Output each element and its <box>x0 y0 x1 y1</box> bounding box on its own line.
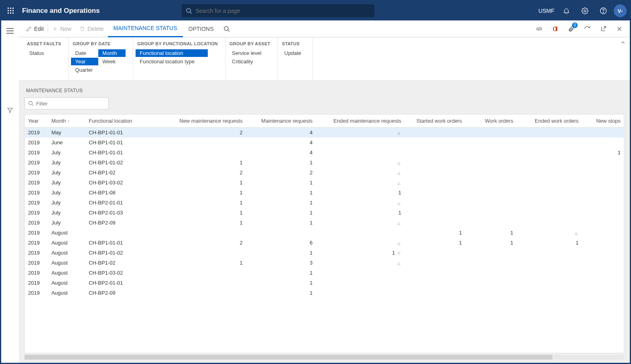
table-row[interactable]: 2019JulyCH-BP2-01-0111△ <box>25 198 624 208</box>
horizontal-scrollbar[interactable] <box>24 355 624 360</box>
grid-filter-input[interactable] <box>36 101 105 107</box>
attachments-badge: 0 <box>572 22 578 28</box>
col-header[interactable]: Ended maintenance requests <box>316 115 404 127</box>
table-row[interactable]: 2019AugustCH-BP1-03-021 <box>25 268 624 278</box>
table-row[interactable]: 2019AugustCH-BP1-01-0126△111 <box>25 238 624 248</box>
cell <box>316 278 404 288</box>
user-avatar[interactable]: V- <box>614 4 627 17</box>
ribbon-item-functional-location[interactable]: Functional location <box>136 49 208 57</box>
ribbon-item-week[interactable]: Week <box>98 58 126 65</box>
table-row[interactable]: 2019JulyCH-BP1-01-0141 <box>25 148 624 158</box>
tab-maintenance-status[interactable]: MAINTENANCE STATUS <box>108 20 183 37</box>
col-header[interactable]: Started work orders <box>404 115 465 127</box>
table-row[interactable]: 2019August11△ <box>25 228 624 238</box>
table-row[interactable]: 2019JulyCH-BP2-01-03111 <box>25 208 624 218</box>
attachments-icon[interactable]: 0 <box>564 22 578 36</box>
grid-title: MAINTENANCE STATUS <box>26 88 624 93</box>
settings-icon[interactable] <box>577 1 593 20</box>
ribbon-item-service-level[interactable]: Service level <box>228 49 270 57</box>
ribbon-item-status[interactable]: Status <box>25 49 61 57</box>
table-row[interactable]: 2019JulyCH-BP1-03-0211△ <box>25 178 624 188</box>
cell: △ <box>316 258 404 268</box>
cell <box>582 228 624 238</box>
link-icon[interactable] <box>532 22 546 36</box>
collapse-ribbon-icon[interactable] <box>620 40 626 45</box>
data-grid[interactable]: YearMonth↑Functional locationNew mainten… <box>24 114 624 353</box>
search-icon <box>186 8 192 14</box>
app-launcher-icon[interactable] <box>4 4 17 17</box>
group-title: STATUS <box>280 41 305 46</box>
global-search-input[interactable] <box>195 8 370 14</box>
col-header[interactable]: Month↑ <box>48 115 85 127</box>
ribbon-item-year[interactable]: Year <box>71 58 98 65</box>
cell: July <box>48 178 85 188</box>
notifications-icon[interactable] <box>558 1 574 20</box>
hamburger-icon[interactable] <box>4 25 16 36</box>
filter-pane-icon[interactable] <box>4 105 16 116</box>
refresh-icon[interactable] <box>580 22 594 36</box>
cell: 2019 <box>25 127 48 138</box>
table-row[interactable]: 2019JulyCH-BP1-01-0211△ <box>25 158 624 168</box>
cell: 2 <box>165 168 246 178</box>
cell: June <box>48 138 85 148</box>
table-row[interactable]: 2019MayCH-BP1-01-0124△ <box>25 127 624 138</box>
col-header[interactable]: New stops <box>582 115 624 127</box>
trash-icon <box>79 26 85 32</box>
table-row[interactable]: 2019JulyCH-BP2-0911△ <box>25 218 624 228</box>
col-header[interactable]: New maintenance requests <box>165 115 246 127</box>
table-row[interactable]: 2019AugustCH-BP1-01-0211 ▽ <box>25 248 624 258</box>
tab-options[interactable]: OPTIONS <box>183 20 219 37</box>
ribbon-item-month[interactable]: Month <box>98 49 126 57</box>
cell <box>465 258 516 268</box>
trend-up-icon: △ <box>396 201 401 205</box>
cell: 1 <box>165 178 246 188</box>
office-icon[interactable] <box>548 22 562 36</box>
cell: CH-BP1-01-02 <box>85 248 165 258</box>
ribbon-item-update[interactable]: Update <box>280 49 305 57</box>
cell: July <box>48 218 85 228</box>
svg-point-9 <box>187 8 191 12</box>
company-label[interactable]: USMF <box>538 8 554 14</box>
cell <box>165 148 246 158</box>
cell <box>516 168 582 178</box>
global-header: Finance and Operations USMF V- <box>1 1 630 20</box>
global-search[interactable] <box>182 4 374 17</box>
ribbon-item-functional-location-type[interactable]: Functional location type <box>136 58 208 65</box>
table-row[interactable]: 2019AugustCH-BP2-091 <box>25 288 624 298</box>
cell <box>404 248 465 258</box>
cell <box>404 158 465 168</box>
search-action-button[interactable] <box>219 20 234 37</box>
grid-filter[interactable] <box>24 97 109 109</box>
ribbon-item-date[interactable]: Date <box>71 49 98 57</box>
cell: July <box>48 168 85 178</box>
cell <box>316 148 404 158</box>
cell: July <box>48 198 85 208</box>
col-header[interactable]: Work orders <box>465 115 516 127</box>
col-header[interactable]: Maintenance requests <box>246 115 316 127</box>
table-row[interactable]: 2019JuneCH-BP1-01-014 <box>25 138 624 148</box>
cell <box>465 198 516 208</box>
cell: CH-BP1-01-01 <box>85 138 165 148</box>
table-row[interactable]: 2019AugustCH-BP2-01-011 <box>25 278 624 288</box>
cell <box>404 218 465 228</box>
cell: 1 <box>465 228 516 238</box>
table-row[interactable]: 2019JulyCH-BP1-0222△ <box>25 168 624 178</box>
cell <box>465 127 516 138</box>
col-header[interactable]: Year <box>25 115 48 127</box>
cell <box>404 168 465 178</box>
table-row[interactable]: 2019AugustCH-BP1-0213△ <box>25 258 624 268</box>
cell <box>516 188 582 198</box>
col-header[interactable]: Functional location <box>85 115 165 127</box>
edit-button[interactable]: Edit <box>22 20 48 37</box>
help-icon[interactable] <box>595 1 611 20</box>
col-header[interactable]: Ended work orders <box>516 115 582 127</box>
ribbon-item-quarter[interactable]: Quarter <box>71 66 98 74</box>
popout-icon[interactable] <box>596 22 611 36</box>
cell <box>516 158 582 168</box>
table-row[interactable]: 2019JulyCH-BP1-08111 <box>25 188 624 198</box>
cell: 3 <box>246 258 316 268</box>
ribbon-item-criticality[interactable]: Criticality <box>228 58 270 65</box>
close-icon[interactable] <box>612 22 627 36</box>
cell <box>465 278 516 288</box>
cell: 1 <box>246 178 316 188</box>
